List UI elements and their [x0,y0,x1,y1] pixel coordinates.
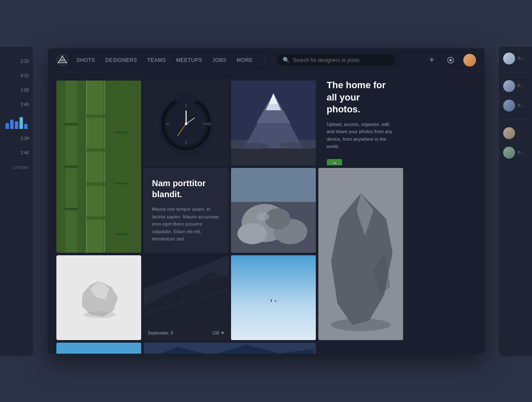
nav-logo[interactable] [56,54,68,66]
search-icon: 🔍 [283,57,290,63]
promo-arrow-button[interactable]: → [327,159,342,165]
svg-point-48 [235,143,269,150]
svg-rect-19 [64,208,78,210]
likes-badge: 100 ♥ [212,330,224,336]
avatar-4 [503,127,515,139]
grid-item-rocks[interactable] [231,168,316,253]
svg-rect-11 [85,182,106,186]
nav-link-teams[interactable]: TEAMS [148,57,166,63]
sidebar-right-item-5: D... [502,145,529,160]
svg-rect-67 [56,343,141,354]
text-card-title: Nam porttitor blandit. [152,178,220,200]
svg-point-5 [449,59,452,61]
sidebar-left: 2:20 4:15 1:00 3:46 2:34 2:46 CTIONS [0,47,33,356]
sky-figure-1 [271,299,272,302]
sidebar-right-text-5: D... [518,150,524,155]
notification-button[interactable] [445,54,457,66]
sky-figure-2 [275,300,276,302]
main-window: SHOTS DESIGNERS TEAMS MEETUPS JOBS MORE … [48,48,485,354]
svg-rect-38 [206,122,212,126]
sidebar-value-6: 2:46 [6,147,29,159]
svg-rect-20 [116,81,128,253]
sidebar-chart [6,116,29,129]
sidebar-right-item-1: G... [502,51,529,66]
sidebar-section-label: CTIONS [13,165,29,170]
svg-rect-40 [175,152,197,156]
sidebar-right: G... P... S... D... [499,47,532,356]
nav-actions: + [426,54,476,67]
nav-link-shots[interactable]: SHOTS [77,57,95,63]
search-bar[interactable]: 🔍 [277,54,396,66]
promo-title: The home for all your photos. [327,81,395,116]
promo-description: Upload, access, organize, edit, and shar… [327,121,395,151]
big-rock-image [318,168,403,340]
sidebar-value-5: 2:34 [6,132,29,144]
grid-item-watch[interactable] [144,81,228,165]
grid-item-mountain-partial[interactable] [144,343,316,354]
svg-rect-66 [231,255,316,340]
date-overlay: September, 9 100 ♥ [148,330,224,336]
text-card-body: Mauris non tempor quam, et lacinia sapie… [152,206,220,243]
nav-link-meetups[interactable]: MEETUPS [176,57,202,63]
grid-item-white-stone[interactable] [56,255,141,340]
white-stone-image [56,255,141,340]
sidebar-right-item-3: S... [502,98,529,113]
sidebar-right-text-2: P... [518,84,523,89]
svg-point-54 [237,223,267,244]
svg-rect-12 [85,216,106,220]
sidebar-value-3: 1:00 [6,84,29,96]
nav-link-jobs[interactable]: JOBS [212,57,226,63]
browser-chrome: 2:20 4:15 1:00 3:46 2:34 2:46 CTIONS G [0,0,532,402]
avatar-2 [503,80,515,92]
svg-point-49 [280,142,309,148]
plus-button[interactable]: + [426,54,438,66]
likes-count: 100 [212,331,220,335]
bamboo-image [56,81,141,253]
grid-item-dark-texture[interactable]: September, 9 100 ♥ [144,255,228,340]
svg-rect-18 [64,165,78,168]
grid-item-text-card: Nam porttitor blandit. Mauris non tempor… [144,168,228,253]
sidebar-right-text-3: S... [518,103,524,108]
svg-point-58 [331,318,390,331]
sidebar-value-2: 4:15 [6,70,29,81]
svg-point-55 [265,208,290,229]
avatar-1 [503,53,515,64]
grid-item-bamboo[interactable] [56,81,141,253]
bar-2 [10,120,14,129]
sidebar-divider-2 [502,119,529,120]
avatar-3 [503,100,515,112]
user-avatar[interactable] [463,54,476,67]
bar-3 [15,121,18,129]
mountain-image [231,81,316,165]
grid-item-mountain[interactable] [231,81,316,165]
photo-grid: The home for all your photos. Upload, ac… [56,81,476,354]
svg-rect-47 [231,148,316,165]
svg-rect-10 [85,148,106,152]
bar-1 [6,123,9,129]
svg-rect-17 [64,123,78,126]
svg-rect-9 [85,114,106,118]
svg-rect-23 [115,233,128,235]
search-input[interactable] [293,57,390,63]
grid-item-promo: The home for all your photos. Upload, ac… [318,81,403,165]
bar-5 [24,124,28,129]
sidebar-right-item-2: P... [502,78,529,94]
sidebar-right-item-4 [502,126,529,141]
nav-link-designers[interactable]: DESIGNERS [105,57,137,63]
svg-point-56 [256,212,269,221]
rocks-image [231,168,316,253]
sky-figures [271,299,276,302]
sidebar-value-1: 2:20 [6,55,29,67]
grid-item-blue-partial[interactable] [56,343,141,354]
nav-separator [265,55,265,65]
grid-item-sky[interactable] [231,255,316,340]
nav-link-more[interactable]: MORE [237,57,253,63]
svg-rect-8 [87,81,104,253]
svg-rect-25 [103,81,104,253]
grid-item-big-rock[interactable] [318,168,403,340]
bar-4 [19,117,23,129]
sidebar-right-text-1: G... [518,56,524,61]
watch-image [144,81,228,165]
content-area: The home for all your photos. Upload, ac… [48,72,485,354]
svg-point-60 [84,311,116,318]
